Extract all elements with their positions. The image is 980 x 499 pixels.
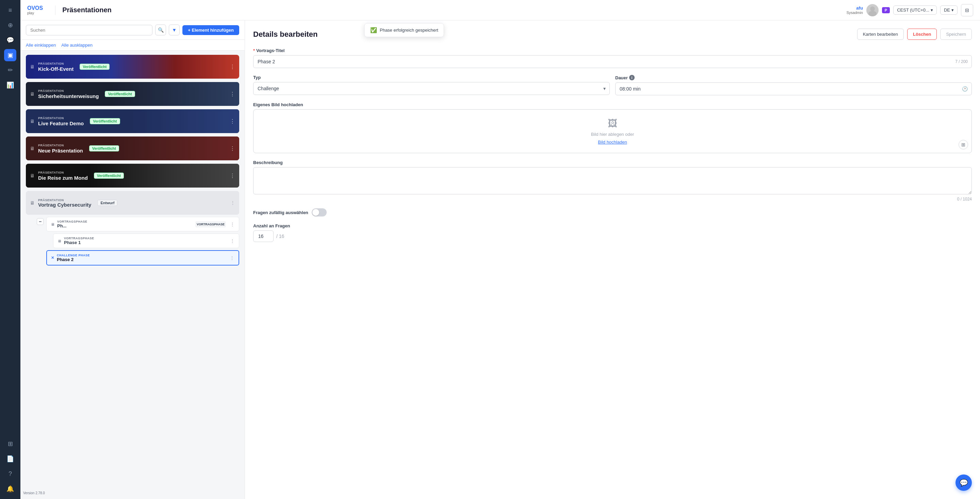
nested-phase-container: 🖥 VORTRAGSPHASE Phase 1 ⋮ [46,233,239,248]
more-icon[interactable]: ⋮ [230,118,235,124]
sidebar-icon-table[interactable]: ⊞ [4,438,16,450]
list-item[interactable]: 🖥 PRÄSENTATION Neue Präsentation Veröffe… [26,137,239,160]
svg-point-0 [870,6,875,11]
image-upload-area[interactable]: 🖼 Bild hier ablegen oder Bild hochladen … [253,109,972,153]
more-icon[interactable]: ⋮ [230,145,235,152]
sidebar-icon-brush[interactable]: ✏ [4,64,16,76]
list-item[interactable]: 🖥 PRÄSENTATION Live Feature Demo Veröffe… [26,109,239,133]
anzahl-row: / 16 [253,230,972,242]
typ-dauer-row: Typ Challenge Vortrag ▾ Dauer i [253,75,972,95]
card-content: 🖥 PRÄSENTATION Die Reise zum Mond Veröff… [26,171,239,181]
dauer-col: Dauer i 🕐 [615,75,972,95]
sidebar-icon-menu[interactable]: ≡ [4,4,16,16]
more-icon[interactable]: ⋮ [230,172,235,179]
page-title: Präsentationen [62,6,111,14]
filter-button[interactable]: ▼ [169,24,180,35]
avatar [866,4,878,16]
chevron-down-icon: ▾ [951,8,954,13]
collapse-all-link[interactable]: Alle einklappen [26,43,56,48]
vortrag-titel-input[interactable] [253,55,972,68]
cards-button[interactable]: Karten bearbeiten [857,29,904,40]
more-icon[interactable]: ⋮ [231,200,235,206]
monitor-icon: 🖥 [30,146,35,151]
list-item[interactable]: 🖥 VORTRAGSPHASE Phase 1 ⋮ [53,233,239,248]
user-name: afu [856,5,863,11]
right-panel-header: Details bearbeiten Karten bearbeiten Lös… [253,29,972,40]
search-button[interactable]: 🔍 [155,24,166,35]
phase-list: 🖥 VORTRAGSPHASE Ph... VORTRAGSPHASE ⋮ [46,217,239,266]
left-panel: ✅ Phase erfolgreich gespeichert 🔍 ▼ + El… [21,21,245,499]
save-button[interactable]: Speichern [940,29,972,40]
monitor-small-icon: 🖥 [57,239,61,243]
sidebar-icon-help[interactable]: ? [4,468,16,480]
status-badge: Veröffentlicht [105,91,135,97]
user-info: afu Sysadmin [846,5,863,14]
delete-button[interactable]: Löschen [907,29,937,40]
search-icon: 🔍 [158,27,164,33]
chat-icon: 💬 [959,478,968,487]
card-text: PRÄSENTATION Neue Präsentation [38,143,83,153]
toggle-knob [312,209,319,216]
fragen-label: Fragen zufällig auswählen [253,210,308,215]
logo-sub: play [27,11,43,15]
upgrade-badge[interactable]: P [882,7,890,13]
topbar-menu-button[interactable]: ⊟ [961,4,973,16]
image-action-button[interactable]: ⊞ [959,140,968,150]
more-icon[interactable]: ⋮ [230,222,235,227]
sidebar-icon-chart[interactable]: 📊 [4,79,16,91]
vortrag-titel-section: * Vortrags-Titel 7 / 200 [253,48,972,68]
sidebar-icon-file[interactable]: 📄 [4,453,16,465]
menu-icon: ⊟ [965,8,969,13]
fragen-toggle-section: Fragen zufällig auswählen [253,208,972,217]
chat-button[interactable]: 💬 [956,475,972,491]
typ-select-wrapper: Challenge Vortrag ▾ [253,82,610,95]
x-icon: ✕ [51,256,54,260]
version-text: Version 2.78.0 [23,491,45,495]
presentation-list: 🖥 PRÄSENTATION Kick-Off-Event Veröffentl… [21,51,245,499]
monitor-icon: 🖥 [30,64,35,69]
header-actions: Karten bearbeiten Löschen Speichern [857,29,972,40]
search-input[interactable] [26,25,153,35]
list-item[interactable]: 🖥 PRÄSENTATION Vortrag Cybersecurity Ent… [26,191,239,215]
timezone-selector[interactable]: CEST (UTC+0... ▾ [893,5,937,14]
typ-select[interactable]: Challenge Vortrag [253,82,610,95]
dauer-input-wrapper: 🕐 [615,82,972,95]
sidebar-icon-presentation[interactable]: ▣ [4,49,16,61]
list-item[interactable]: ✕ CHALLENGE PHASE Phase 2 ⋮ [46,250,239,266]
list-item[interactable]: 🖥 PRÄSENTATION Sicherheitsunterweisung V… [26,82,239,106]
char-count: 7 / 200 [955,59,968,64]
chevron-down-icon: ▾ [931,8,933,13]
anzahl-input[interactable] [253,230,274,242]
topbar-right: afu Sysadmin P CEST (UTC+0... ▾ DE ▾ ⊟ [846,4,973,16]
sidebar-icon-bell[interactable]: 🔔 [4,483,16,495]
sidebar-icon-chat[interactable]: 💬 [4,34,16,46]
collapse-button[interactable]: − [37,218,43,225]
clock-icon: 🕐 [962,86,968,92]
dauer-input[interactable] [615,82,972,95]
status-badge: Entwurf [97,200,118,206]
card-content: 🖥 PRÄSENTATION Kick-Off-Event Veröffentl… [26,62,239,72]
image-upload-link[interactable]: Bild hochladen [598,140,627,145]
sidebar-icon-globe[interactable]: ⊕ [4,19,16,31]
more-icon[interactable]: ⋮ [230,64,235,70]
card-content: 🖥 PRÄSENTATION Sicherheitsunterweisung V… [26,89,239,99]
monitor-icon: 🖥 [30,118,35,124]
topbar: OVOS play Präsentationen afu Sysadmin P … [21,0,980,21]
card-content: 🖥 PRÄSENTATION Vortrag Cybersecurity Ent… [26,198,239,208]
more-icon[interactable]: ⋮ [230,238,235,244]
list-item[interactable]: 🖥 PRÄSENTATION Kick-Off-Event Veröffentl… [26,55,239,79]
monitor-icon: 🖥 [30,91,35,97]
monitor-icon: 🖥 [30,173,35,179]
language-selector[interactable]: DE ▾ [940,5,958,14]
divider [55,5,56,15]
typ-col: Typ Challenge Vortrag ▾ [253,75,610,95]
list-item[interactable]: 🖥 VORTRAGSPHASE Ph... VORTRAGSPHASE ⋮ [46,217,239,231]
more-icon[interactable]: ⋮ [230,91,235,97]
fragen-toggle[interactable] [312,208,327,217]
list-item[interactable]: 🖥 PRÄSENTATION Die Reise zum Mond Veröff… [26,164,239,188]
beschreibung-input[interactable] [253,167,972,194]
add-element-button[interactable]: + Element hinzufügen [182,25,239,35]
status-badge: Veröffentlicht [80,64,110,70]
more-icon[interactable]: ⋮ [230,255,234,261]
expand-all-link[interactable]: Alle ausklappen [61,43,92,48]
